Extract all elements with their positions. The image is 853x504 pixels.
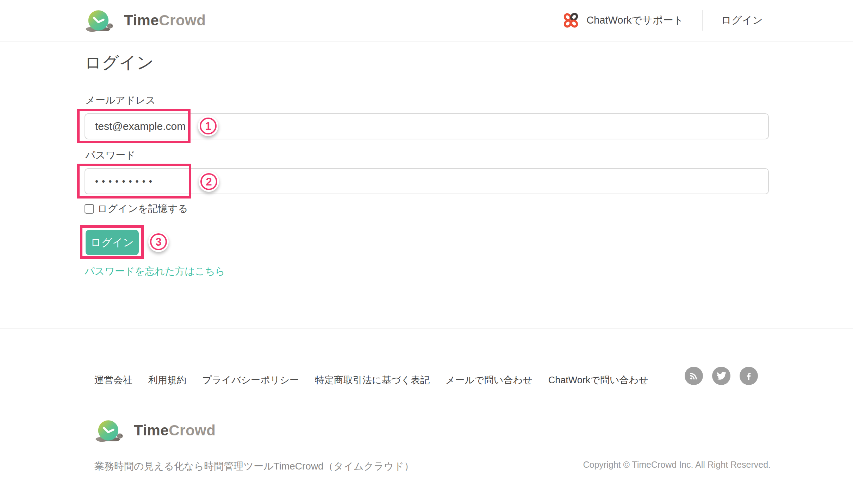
footer-link-email-contact[interactable]: メールで問い合わせ: [446, 374, 533, 386]
brand-logo[interactable]: TimeCrowd: [85, 7, 206, 33]
footer-copyright: Copyright © TimeCrowd Inc. All Right Res…: [583, 460, 771, 470]
annotation-number-2: 2: [206, 176, 212, 187]
annotation-frame-email: [77, 109, 191, 143]
twitter-icon[interactable]: [712, 367, 730, 385]
annotation-frame-password: [77, 164, 191, 199]
rss-icon[interactable]: [685, 367, 703, 385]
header-divider: [702, 10, 703, 31]
annotation-badge-1: 1: [198, 116, 218, 136]
login-page: TimeCrowd ChatWorkでサポート ログイン ログイン メールアドレ…: [0, 0, 853, 504]
footer-link-chatwork-contact[interactable]: ChatWorkで問い合わせ: [548, 374, 648, 386]
timecrowd-turtle-icon: [85, 7, 115, 33]
footer-links: 運営会社 利用規約 プライバシーポリシー 特定商取引法に基づく表記 メールで問い…: [94, 374, 648, 386]
chatwork-support-label: ChatWorkでサポート: [586, 13, 684, 27]
footer-brand-name: TimeCrowd: [134, 422, 216, 439]
footer-link-privacy[interactable]: プライバシーポリシー: [202, 374, 299, 386]
brand-name: TimeCrowd: [124, 12, 206, 29]
header-login-link[interactable]: ログイン: [721, 13, 763, 27]
forgot-password-link[interactable]: パスワードを忘れた方はこちら: [85, 265, 225, 278]
header: TimeCrowd ChatWorkでサポート ログイン: [0, 0, 853, 42]
footer-link-commerce-law[interactable]: 特定商取引法に基づく表記: [315, 374, 430, 386]
password-label: パスワード: [85, 149, 136, 162]
header-nav: ChatWorkでサポート ログイン: [562, 10, 763, 31]
annotation-number-3: 3: [155, 237, 161, 247]
footer-link-terms[interactable]: 利用規約: [148, 374, 186, 386]
chatwork-icon: [562, 12, 579, 29]
remember-me-label: ログインを記憶する: [98, 202, 188, 215]
footer-tagline: 業務時間の見える化なら時間管理ツールTimeCrowd（タイムクラウド）: [94, 460, 414, 473]
social-icons: [685, 367, 758, 385]
remember-me-checkbox[interactable]: [85, 204, 94, 214]
annotation-frame-login-button: [80, 225, 144, 259]
footer-link-company[interactable]: 運営会社: [94, 374, 132, 386]
annotation-badge-2: 2: [199, 171, 219, 192]
annotation-badge-3: 3: [148, 232, 169, 252]
remember-me-row[interactable]: ログインを記憶する: [85, 202, 188, 215]
chatwork-support-link[interactable]: ChatWorkでサポート: [562, 12, 684, 29]
annotation-number-1: 1: [205, 121, 211, 132]
footer-brand-logo[interactable]: TimeCrowd: [94, 417, 216, 443]
timecrowd-turtle-icon: [94, 417, 125, 443]
page-title: ログイン: [85, 51, 154, 74]
facebook-icon[interactable]: [740, 367, 758, 385]
footer-divider: [0, 328, 853, 329]
email-label: メールアドレス: [85, 94, 156, 107]
